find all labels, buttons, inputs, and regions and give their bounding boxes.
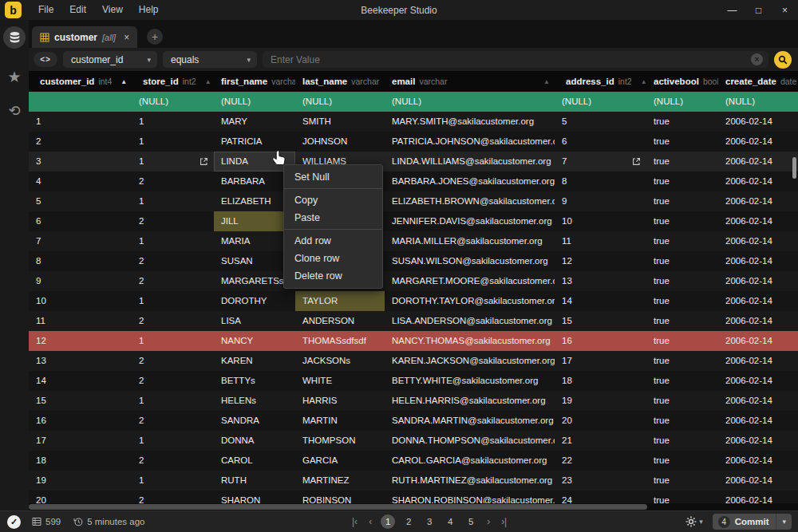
- add-tab-button[interactable]: +: [147, 29, 163, 45]
- table-cell[interactable]: true: [646, 371, 718, 391]
- page-button-4[interactable]: 4: [443, 514, 457, 529]
- horizontal-scrollbar[interactable]: [29, 503, 798, 510]
- table-cell[interactable]: 2006-02-14: [718, 211, 798, 231]
- table-cell[interactable]: 1: [132, 112, 214, 132]
- table-cell[interactable]: JENNIFER.DAVIS@sakilacustomer.org: [385, 211, 555, 231]
- table-cell[interactable]: 22: [555, 451, 646, 471]
- table-cell[interactable]: (NULL): [385, 92, 555, 112]
- table-cell[interactable]: 1: [132, 152, 214, 171]
- table-cell[interactable]: 1: [132, 471, 214, 491]
- last-refreshed[interactable]: 5 minutes ago: [73, 517, 144, 526]
- database-connections-icon[interactable]: [3, 26, 26, 49]
- table-cell[interactable]: true: [646, 311, 718, 331]
- table-cell[interactable]: 1: [132, 331, 214, 351]
- table-cell[interactable]: true: [646, 331, 718, 351]
- column-header-customer_id[interactable]: customer_idint4▲: [29, 71, 132, 92]
- table-cell[interactable]: RUTH: [214, 471, 295, 491]
- sort-arrow-icon[interactable]: ▲: [543, 78, 550, 85]
- table-cell[interactable]: 2006-02-14: [718, 271, 798, 291]
- table-row[interactable]: 162SANDRAMARTINSANDRA.MARTIN@sakilacusto…: [29, 411, 798, 431]
- table-cell[interactable]: 15: [555, 311, 646, 331]
- table-row[interactable]: 182CAROLGARCIACAROL.GARCIA@sakilacustome…: [29, 451, 798, 471]
- table-cell[interactable]: 11: [555, 231, 646, 251]
- pending-insert-row[interactable]: (NULL)(NULL)(NULL)(NULL)(NULL)(NULL)(NUL…: [29, 92, 798, 112]
- table-cell[interactable]: 2: [132, 411, 214, 431]
- table-cell[interactable]: 1: [132, 291, 214, 311]
- column-header-email[interactable]: emailvarchar▲: [385, 71, 555, 92]
- table-cell[interactable]: LINDA.WILLIAMS@sakilacustomer.org: [385, 152, 555, 171]
- minimize-button[interactable]: —: [719, 0, 745, 20]
- table-cell[interactable]: true: [646, 211, 718, 231]
- table-cell[interactable]: 11: [29, 311, 132, 331]
- table-cell[interactable]: 2: [132, 311, 214, 331]
- table-cell[interactable]: 2006-02-14: [718, 391, 798, 411]
- clear-filter-icon[interactable]: ×: [751, 53, 763, 65]
- commit-button[interactable]: 4 Commit ▾: [713, 514, 792, 530]
- table-cell[interactable]: 5: [29, 191, 132, 211]
- table-cell[interactable]: 4: [29, 171, 132, 191]
- table-cell[interactable]: 7: [29, 231, 132, 251]
- menu-file[interactable]: File: [30, 0, 61, 20]
- table-cell[interactable]: 9: [29, 271, 132, 291]
- table-cell[interactable]: DONNA.THOMPSON@sakilacustomer.org: [385, 431, 555, 451]
- table-cell[interactable]: DONNA: [214, 431, 295, 451]
- table-cell[interactable]: TAYLOR: [295, 291, 385, 311]
- table-cell[interactable]: CAROL.GARCIA@sakilacustomer.org: [385, 451, 555, 471]
- table-row[interactable]: 92MARGARETSsMOORESMARGARET.MOORE@sakilac…: [29, 271, 798, 291]
- table-cell[interactable]: PATRICIA: [214, 132, 295, 152]
- table-cell[interactable]: 2006-02-14: [718, 291, 798, 311]
- table-cell[interactable]: SUSAN.WILSON@sakilacustomer.org: [385, 251, 555, 271]
- table-row[interactable]: 112LISAANDERSONLISA.ANDERSON@sakilacusto…: [29, 311, 798, 331]
- table-row[interactable]: 132KARENJACKSONsKAREN.JACKSON@sakilacust…: [29, 351, 798, 371]
- menu-edit[interactable]: Edit: [61, 0, 94, 20]
- table-cell[interactable]: KAREN: [214, 351, 295, 371]
- table-cell[interactable]: (NULL): [646, 92, 718, 112]
- table-cell[interactable]: 14: [29, 371, 132, 391]
- table-cell[interactable]: 2: [29, 132, 132, 152]
- column-header-store_id[interactable]: store_idint2▲: [132, 71, 214, 92]
- table-settings-button[interactable]: ▾: [685, 516, 703, 527]
- table-cell[interactable]: 2006-02-14: [718, 251, 798, 271]
- table-cell[interactable]: THOMASsdfsdf: [295, 331, 385, 351]
- table-cell[interactable]: true: [646, 411, 718, 431]
- table-cell[interactable]: 2006-02-14: [718, 152, 798, 171]
- table-cell[interactable]: SANDRA.MARTIN@sakilacustomer.org: [385, 411, 555, 431]
- column-header-activebool[interactable]: activeboolbool▲: [646, 71, 718, 92]
- table-cell[interactable]: 1: [132, 391, 214, 411]
- favorites-icon[interactable]: ★: [7, 69, 21, 85]
- table-cell[interactable]: 1: [132, 191, 214, 211]
- table-row[interactable]: 191RUTHMARTINEZRUTH.MARTINEZ@sakilacusto…: [29, 471, 798, 491]
- table-row[interactable]: 171DONNATHOMPSONDONNA.THOMPSON@sakilacus…: [29, 431, 798, 451]
- table-cell[interactable]: KAREN.JACKSON@sakilacustomer.org: [385, 351, 555, 371]
- table-cell[interactable]: RUTH.MARTINEZ@sakilacustomer.org: [385, 471, 555, 491]
- table-cell[interactable]: HELEN.HARRIS@sakilacustomer.org: [385, 391, 555, 411]
- table-cell[interactable]: BETTY.WHITE@sakilacustomer.org: [385, 371, 555, 391]
- close-button[interactable]: ×: [772, 0, 798, 20]
- context-menu-item-add-row[interactable]: Add row: [284, 232, 382, 250]
- table-cell[interactable]: HARRIS: [295, 391, 385, 411]
- table-cell[interactable]: (NULL): [132, 92, 214, 112]
- table-cell[interactable]: 21: [555, 431, 646, 451]
- table-cell[interactable]: true: [646, 451, 718, 471]
- table-cell[interactable]: 13: [555, 271, 646, 291]
- menu-view[interactable]: View: [94, 0, 131, 20]
- table-cell[interactable]: true: [646, 171, 718, 191]
- last-page-button[interactable]: ›|: [499, 516, 509, 527]
- table-cell[interactable]: 12: [29, 331, 132, 351]
- table-row[interactable]: 11MARYSMITHMARY.SMITH@sakilacustomer.org…: [29, 112, 798, 132]
- table-row[interactable]: 71MARIAMILLERMARIA.MILLER@sakilacustomer…: [29, 231, 798, 251]
- table-cell[interactable]: LISA: [214, 311, 295, 331]
- table-cell[interactable]: 19: [555, 391, 646, 411]
- table-cell[interactable]: 7: [555, 152, 646, 171]
- table-cell[interactable]: 23: [555, 471, 646, 491]
- prev-page-button[interactable]: ‹: [366, 516, 374, 527]
- table-row[interactable]: 51ELIZABETHBROWNELIZABETH.BROWN@sakilacu…: [29, 191, 798, 211]
- table-cell[interactable]: 18: [555, 371, 646, 391]
- page-button-3[interactable]: 3: [422, 514, 437, 529]
- table-cell[interactable]: true: [646, 471, 718, 491]
- table-cell[interactable]: 6: [29, 211, 132, 231]
- table-cell[interactable]: 2006-02-14: [718, 351, 798, 371]
- table-cell[interactable]: 2006-02-14: [718, 132, 798, 152]
- column-header-create_date[interactable]: create_datedate▲: [718, 71, 798, 92]
- table-cell[interactable]: 2: [132, 451, 214, 471]
